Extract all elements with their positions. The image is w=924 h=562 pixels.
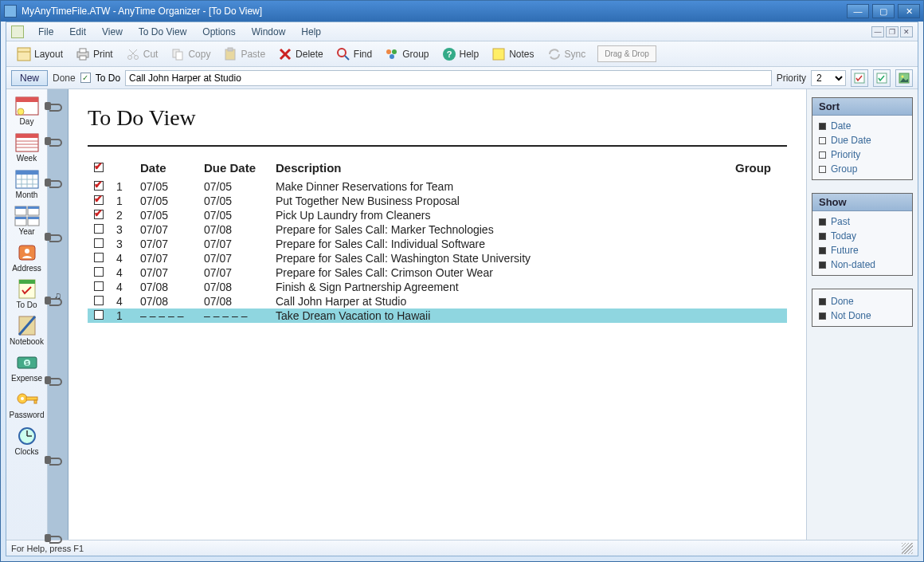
sidebar-item-password[interactable]: Password	[8, 386, 46, 422]
priority-label: Priority	[777, 73, 806, 84]
svg-rect-3	[80, 49, 86, 53]
filter-checkbox[interactable]	[819, 312, 826, 320]
new-button[interactable]: New	[11, 70, 48, 86]
resize-grip[interactable]	[902, 543, 913, 554]
find-button[interactable]: Find	[331, 44, 378, 65]
mdi-restore-button[interactable]: ❐	[886, 26, 899, 37]
copy-button[interactable]: Copy	[165, 44, 216, 65]
filter-future[interactable]: Future	[819, 245, 906, 256]
help-button[interactable]: ? Help	[437, 44, 485, 65]
minimize-button[interactable]: —	[847, 4, 869, 18]
table-row[interactable]: 207/0507/05Pick Up Laundry from Cleaners	[88, 208, 787, 222]
row-checkbox[interactable]	[94, 224, 104, 234]
address-icon	[14, 241, 40, 263]
todo-checkbox[interactable]: ✓	[80, 73, 91, 83]
row-checkbox[interactable]	[94, 253, 104, 262]
row-checkbox[interactable]	[94, 267, 104, 277]
filter-checkbox[interactable]	[819, 151, 826, 159]
row-priority: 3	[110, 237, 134, 251]
row-checkbox[interactable]	[94, 296, 104, 305]
svg-rect-4	[80, 56, 86, 60]
menu-help[interactable]: Help	[293, 25, 329, 39]
notes-button[interactable]: Notes	[486, 44, 539, 65]
sidebar-item-week[interactable]: Week	[8, 129, 46, 166]
header-due[interactable]: Due Date	[198, 158, 269, 179]
filter-priority[interactable]: Priority	[819, 149, 906, 160]
row-checkbox[interactable]	[94, 195, 104, 205]
filter-non-dated[interactable]: Non-dated	[819, 259, 906, 270]
menu-file[interactable]: File	[30, 25, 61, 39]
menu-to-do-view[interactable]: To Do View	[131, 25, 194, 39]
paste-button[interactable]: Paste	[217, 44, 271, 65]
layout-button[interactable]: Layout	[11, 44, 69, 65]
sidebar-item-notebook[interactable]: Notebook	[8, 312, 46, 349]
svg-rect-31	[16, 134, 38, 138]
header-priority	[110, 158, 134, 179]
table-row[interactable]: 107/0507/05Make Dinner Reservations for …	[88, 179, 787, 194]
table-row[interactable]: 307/0707/08Prepare for Sales Call: Marke…	[88, 222, 787, 237]
table-row[interactable]: 407/0807/08Call John Harper at Studio	[88, 294, 787, 309]
menu-window[interactable]: Window	[244, 25, 294, 39]
filter-checkbox[interactable]	[819, 123, 826, 130]
print-button[interactable]: Print	[70, 44, 119, 65]
table-row[interactable]: 307/0707/07Prepare for Sales Call: Indiv…	[88, 237, 787, 251]
close-button[interactable]: ✕	[898, 4, 920, 18]
filter-checkbox[interactable]	[819, 137, 826, 144]
sidebar-item-expense[interactable]: $Expense	[8, 349, 46, 386]
sidebar-item-address[interactable]: Address	[8, 239, 46, 276]
filter-checkbox[interactable]	[819, 247, 826, 254]
sidebar-item-year[interactable]: Year	[8, 202, 46, 239]
table-row[interactable]: 407/0707/07Prepare for Sales Call: Crims…	[88, 265, 787, 280]
check-button[interactable]	[873, 69, 891, 87]
filter-not-done[interactable]: Not Done	[819, 310, 906, 321]
filter-done[interactable]: Done	[819, 296, 906, 307]
table-row[interactable]: 407/0707/07Prepare for Sales Call: Washi…	[88, 251, 787, 265]
filter-checkbox[interactable]	[819, 166, 826, 173]
sidebar-item-to-do[interactable]: To Do	[8, 276, 46, 312]
mdi-minimize-button[interactable]: —	[871, 26, 884, 37]
filter-date[interactable]: Date	[819, 120, 906, 132]
filter-checkbox[interactable]	[819, 261, 826, 269]
row-group	[723, 265, 787, 280]
drag-drop-area[interactable]: Drag & Drop	[597, 45, 656, 62]
table-row[interactable]: 107/0507/05Put Together New Business Pro…	[88, 194, 787, 208]
row-checkbox[interactable]	[94, 310, 104, 320]
delete-button[interactable]: Delete	[272, 44, 329, 65]
row-checkbox[interactable]	[94, 281, 104, 291]
table-row[interactable]: 407/0807/08Finish & Sign Partnership Agr…	[88, 280, 787, 294]
svg-rect-53	[19, 280, 35, 284]
details-button[interactable]	[851, 69, 868, 87]
header-checkbox[interactable]	[88, 158, 110, 179]
filter-checkbox[interactable]	[819, 233, 826, 240]
header-group[interactable]: Group	[723, 158, 787, 179]
priority-select[interactable]: 2	[811, 70, 846, 86]
row-checkbox[interactable]	[94, 181, 104, 191]
filter-label: Future	[831, 245, 859, 256]
row-checkbox[interactable]	[94, 210, 104, 219]
menu-edit[interactable]: Edit	[61, 25, 94, 39]
table-row[interactable]: 1– – – – –– – – – –Take Dream Vacation t…	[88, 309, 787, 323]
sync-button[interactable]: Sync	[542, 44, 592, 65]
sidebar-item-day[interactable]: Day	[8, 92, 46, 129]
header-description[interactable]: Description	[269, 158, 723, 179]
filter-checkbox[interactable]	[819, 218, 826, 226]
cut-button[interactable]: Cut	[120, 44, 164, 65]
row-group	[723, 179, 787, 194]
sidebar-item-clocks[interactable]: Clocks	[8, 422, 46, 459]
sidebar-item-month[interactable]: Month	[8, 166, 46, 202]
maximize-button[interactable]: ▢	[872, 4, 895, 18]
row-checkbox[interactable]	[94, 238, 104, 248]
group-button[interactable]: Group	[379, 44, 434, 65]
header-date[interactable]: Date	[134, 158, 198, 179]
mdi-close-button[interactable]: ✕	[900, 26, 913, 37]
filter-today[interactable]: Today	[819, 230, 906, 242]
view-button[interactable]	[895, 69, 913, 87]
menu-view[interactable]: View	[94, 25, 131, 39]
filter-due-date[interactable]: Due Date	[819, 135, 906, 146]
menu-options[interactable]: Options	[194, 25, 243, 39]
filter-group[interactable]: Group	[819, 163, 906, 175]
todo-entry-input[interactable]	[125, 70, 772, 86]
filter-checkbox[interactable]	[819, 298, 826, 305]
filter-past[interactable]: Past	[819, 216, 906, 227]
row-priority: 1	[110, 179, 134, 194]
